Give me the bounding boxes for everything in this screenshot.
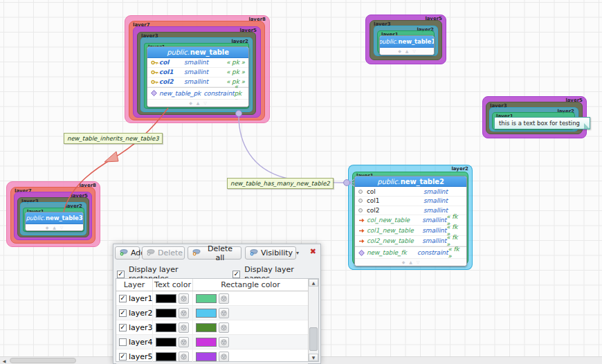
- table-new-table[interactable]: public.new_table col smallint « pk » col…: [147, 46, 249, 107]
- layers-panel: Add Delete Delete all Visibility ▾ ✖ ✓ D…: [113, 244, 321, 364]
- page-down-icon[interactable]: ▽: [417, 260, 420, 264]
- column-type: smallint: [422, 227, 446, 234]
- text-box[interactable]: this is a text box for testing: [494, 117, 590, 129]
- rect-color-swatch: [196, 294, 217, 303]
- pk-key-icon: [151, 69, 159, 75]
- page-down-icon[interactable]: ▽: [60, 226, 64, 230]
- has-many-line: [239, 116, 344, 183]
- layer-checkbox[interactable]: ✓: [119, 324, 127, 331]
- pk-key-icon: [151, 60, 159, 66]
- page-up-icon[interactable]: ▲: [405, 49, 409, 53]
- table-footer: ◆ ▲ ▽: [147, 100, 248, 107]
- add-layer-button[interactable]: Add: [115, 246, 140, 260]
- constraint-type: constraint: [417, 249, 448, 256]
- table-name: new_table: [190, 48, 229, 56]
- layer-checkbox[interactable]: [119, 338, 127, 346]
- column-name: col2: [367, 207, 421, 214]
- rect-color-picker-button[interactable]: [219, 293, 229, 304]
- collapse-icon[interactable]: ◆: [46, 226, 49, 230]
- page-up-icon[interactable]: ▲: [53, 226, 56, 230]
- table-new-table1[interactable]: public.new_table1 ◆ ▲ ▽: [379, 35, 435, 55]
- table-header: public.new_table1: [380, 36, 434, 48]
- column-name: col: [159, 59, 181, 66]
- scroll-up-icon[interactable]: ▲: [309, 279, 318, 286]
- display-rectangles-checkbox[interactable]: ✓: [117, 271, 125, 278]
- page-up-icon[interactable]: ▲: [197, 101, 200, 105]
- rect-color-picker-button[interactable]: [219, 322, 229, 333]
- column-type: smallint: [422, 237, 446, 244]
- layer-row-layer1: ✓layer1: [116, 291, 308, 306]
- text-color-picker-button[interactable]: [179, 352, 189, 362]
- constraint-diamond-icon: [151, 90, 159, 96]
- text-color-swatch: [156, 352, 176, 361]
- constraint-tag: « fk »: [448, 246, 463, 260]
- relationship-label-inherits[interactable]: new_table_inherits_new_table3: [64, 133, 163, 144]
- inheritance-arrow: [104, 152, 118, 162]
- table-schema: public.: [167, 48, 190, 56]
- table-row: col2_new_table smallint « fk »: [355, 236, 466, 246]
- table-row: col smallint « pk »: [147, 58, 248, 68]
- chevron-down-icon: ▾: [296, 250, 299, 256]
- column-name: col1: [367, 197, 421, 204]
- vertical-scrollbar-thumb[interactable]: [309, 327, 318, 351]
- text-color-picker-button[interactable]: [179, 337, 189, 347]
- text-color-picker-button[interactable]: [179, 308, 189, 318]
- text-color-picker-button[interactable]: [179, 293, 189, 304]
- table-schema: public.: [379, 38, 398, 45]
- relationship-label-has-many[interactable]: new_table_has_many_new_table2: [227, 178, 334, 189]
- text-color-swatch: [156, 309, 176, 318]
- layer-row-layer5: ✓layer5: [116, 349, 308, 364]
- diagram-canvas: { "layers": { "layer1": "layer1", "layer…: [0, 0, 602, 364]
- layer-checkbox[interactable]: ✓: [119, 295, 127, 302]
- layers-table-header: Layer Text color Rectangle color: [116, 279, 308, 291]
- rect-color-picker-button[interactable]: [219, 337, 229, 347]
- layer-name: layer1: [129, 294, 153, 303]
- horizontal-scrollbar-thumb[interactable]: [10, 358, 76, 363]
- layer-checkbox[interactable]: ✓: [119, 353, 127, 361]
- layer-row-layer3: ✓layer3: [116, 320, 308, 335]
- table-new-table2[interactable]: public.new_table2 col smallint col1 smal…: [354, 176, 467, 266]
- pk-key-icon: [151, 79, 159, 85]
- page-down-icon[interactable]: ▽: [412, 49, 416, 53]
- layer-name-label: layer2: [451, 166, 468, 172]
- column-type: smallint: [423, 207, 448, 214]
- constraint-name: new_table_fk: [367, 249, 414, 256]
- column-name: col_new_table: [367, 217, 419, 224]
- delete-layer-button[interactable]: Delete: [142, 246, 185, 260]
- scroll-down-icon[interactable]: ▼: [309, 354, 318, 361]
- delete-all-layers-button[interactable]: Delete all: [188, 246, 241, 260]
- close-panel-icon[interactable]: ✖: [310, 248, 316, 255]
- table-schema: public.: [377, 178, 400, 185]
- delete-all-layers-icon: [192, 248, 201, 258]
- table-footer: ◆ ▲ ▽: [380, 48, 434, 55]
- text-color-picker-button[interactable]: [179, 322, 189, 333]
- constraint-row: new_table_fk constraint « fk »: [355, 246, 466, 259]
- vertical-scrollbar: ▲ ▼: [308, 279, 318, 361]
- rect-color-picker-button[interactable]: [219, 308, 229, 318]
- column-type: smallint: [423, 188, 448, 195]
- display-names-checkbox[interactable]: ✓: [232, 271, 240, 278]
- page-down-icon[interactable]: ▽: [203, 101, 207, 105]
- layer-name: layer5: [129, 352, 153, 361]
- table-new-table3[interactable]: public.new_table3 ◆ ▲ ▽: [25, 212, 84, 231]
- delete-layer-icon: [147, 248, 155, 258]
- table-row: col2 smallint « pk »: [147, 78, 248, 87]
- rect-color-swatch: [196, 323, 217, 332]
- fk-arrow-icon: [358, 228, 367, 234]
- scroll-left-icon[interactable]: ◀: [0, 357, 8, 364]
- table-header: public.new_table2: [355, 176, 466, 187]
- column-circle-icon: [358, 190, 367, 194]
- column-type: smallint: [422, 217, 446, 224]
- collapse-icon[interactable]: ◆: [402, 260, 405, 264]
- collapse-icon[interactable]: ◆: [189, 101, 192, 105]
- layer-checkbox[interactable]: ✓: [119, 309, 127, 317]
- page-up-icon[interactable]: ▲: [409, 260, 412, 264]
- collapse-icon[interactable]: ◆: [398, 49, 401, 53]
- visibility-button[interactable]: Visibility ▾: [245, 246, 296, 260]
- layers-table: Layer Text color Rectangle color ✓layer1…: [116, 278, 319, 362]
- visibility-icon: [250, 248, 258, 258]
- table-footer: ◆ ▲ ▽: [355, 259, 466, 266]
- table-row: col smallint: [355, 187, 466, 197]
- column-circle-icon: [358, 208, 367, 212]
- rect-color-picker-button[interactable]: [219, 352, 229, 362]
